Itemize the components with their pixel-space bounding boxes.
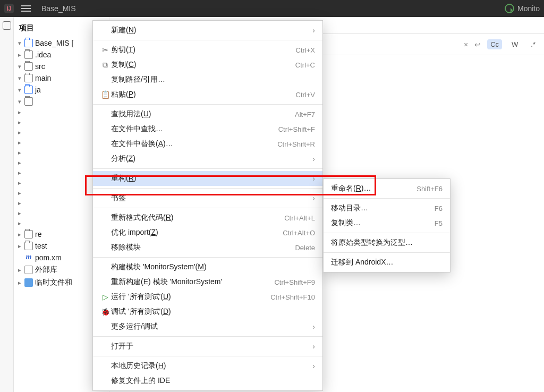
sub-migrate-androidx[interactable]: 迁移到 AndroidX… xyxy=(324,255,450,270)
ctx-copy-path[interactable]: 复制路径/引用… xyxy=(93,72,322,87)
app-icon: IJ xyxy=(4,4,14,13)
ctx-open-in[interactable]: 打开于› xyxy=(93,339,322,354)
ctx-build-module[interactable]: 构建模块 'MonitorSystem'(M) xyxy=(93,260,322,275)
module-icon xyxy=(24,39,33,47)
sub-raw-to-generic[interactable]: 将原始类型转换为泛型… xyxy=(324,235,450,250)
prev-match-icon[interactable]: ↩ xyxy=(474,40,481,49)
match-case-toggle[interactable]: Cc xyxy=(487,39,502,49)
ctx-reformat[interactable]: 重新格式化代码(R)Ctrl+Alt+L xyxy=(93,210,322,225)
tool-gutter xyxy=(0,17,14,392)
clear-search-icon[interactable]: × xyxy=(464,40,468,49)
folder-icon xyxy=(24,230,33,238)
run-loop-icon[interactable] xyxy=(505,4,514,13)
ctx-local-history[interactable]: 本地历史记录(H)› xyxy=(93,359,322,373)
context-menu: 新建(N)› ✂剪切(T)Ctrl+X ⧉复制(C)Ctrl+C 复制路径/引用… xyxy=(92,20,323,391)
folder-icon xyxy=(24,62,33,71)
ctx-more-run[interactable]: 更多运行/调试› xyxy=(93,319,322,334)
ctx-remove-module[interactable]: 移除模块Delete xyxy=(93,240,322,255)
ctx-refactor[interactable]: 重构(R)› xyxy=(93,171,322,186)
titlebar: IJ Base_MIS Monito xyxy=(0,0,544,17)
debug-icon: 🐞 xyxy=(99,308,111,316)
titlebar-tab[interactable]: Base_MIS xyxy=(41,4,76,13)
ctx-run[interactable]: ▷运行 '所有测试'(U)Ctrl+Shift+F10 xyxy=(93,289,322,304)
ctx-debug[interactable]: 🐞调试 '所有测试'(D) xyxy=(93,304,322,319)
ctx-optimize-imports[interactable]: 优化 import(Z)Ctrl+Alt+O xyxy=(93,225,322,240)
sub-copy-class[interactable]: 复制类…F5 xyxy=(324,216,450,231)
ctx-rebuild-module[interactable]: 重新构建(E) 模块 'MonitorSystem'Ctrl+Shift+F9 xyxy=(93,275,322,289)
hamburger-icon[interactable] xyxy=(21,5,31,12)
folder-icon xyxy=(24,74,33,82)
ctx-paste[interactable]: 📋粘贴(P)Ctrl+V xyxy=(93,87,322,102)
scratch-icon xyxy=(24,278,33,287)
library-icon xyxy=(24,266,33,274)
words-toggle[interactable]: W xyxy=(508,39,521,49)
folder-icon xyxy=(24,97,33,106)
cut-icon: ✂ xyxy=(99,46,111,54)
run-config-name[interactable]: Monito xyxy=(517,4,540,13)
folder-icon xyxy=(24,86,33,94)
sub-move-dir[interactable]: 移动目录…F6 xyxy=(324,201,450,216)
ctx-find-usages[interactable]: 查找用法(U)Alt+F7 xyxy=(93,107,322,122)
ctx-bookmarks[interactable]: 书签› xyxy=(93,191,322,206)
copy-icon: ⧉ xyxy=(99,61,111,70)
ctx-copy[interactable]: ⧉复制(C)Ctrl+C xyxy=(93,57,322,72)
ctx-find-in-files[interactable]: 在文件中查找…Ctrl+Shift+F xyxy=(93,122,322,137)
sub-rename[interactable]: 重命名(R)…Shift+F6 xyxy=(324,181,450,196)
folder-icon xyxy=(24,242,33,250)
ctx-replace-in-files[interactable]: 在文件中替换(A)…Ctrl+Shift+R xyxy=(93,137,322,151)
regex-toggle[interactable]: .* xyxy=(528,39,539,49)
folder-icon xyxy=(24,50,33,59)
project-tool-icon[interactable] xyxy=(3,21,11,30)
maven-icon: m xyxy=(24,253,33,262)
ctx-analyze[interactable]: 分析(Z)› xyxy=(93,151,322,166)
refactor-submenu: 重命名(R)…Shift+F6 移动目录…F6 复制类…F5 将原始类型转换为泛… xyxy=(323,178,450,272)
run-icon: ▷ xyxy=(99,293,111,301)
ctx-repair-ide[interactable]: 修复文件上的 IDE xyxy=(93,373,322,388)
ctx-cut[interactable]: ✂剪切(T)Ctrl+X xyxy=(93,42,322,57)
ctx-new[interactable]: 新建(N)› xyxy=(93,23,322,38)
paste-icon: 📋 xyxy=(99,90,111,99)
